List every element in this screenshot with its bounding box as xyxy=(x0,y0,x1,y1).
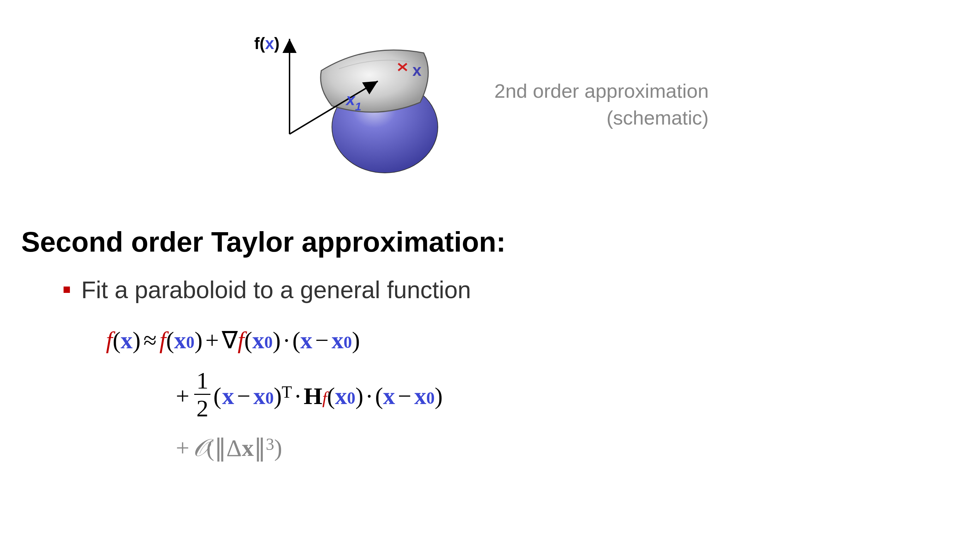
axis-label-close: ) xyxy=(274,34,279,53)
eq-plus3: + xyxy=(176,432,189,463)
bullet-square-icon xyxy=(64,286,70,293)
eq-lp7: ( xyxy=(375,381,383,411)
eq-plus2: + xyxy=(176,381,189,411)
x1-axis-label: x1 xyxy=(346,90,362,111)
eq-frac-num: 1 xyxy=(194,368,210,395)
x-point-label: x xyxy=(413,61,422,80)
eq-sub0c: 0 xyxy=(343,332,352,354)
eq-f: f xyxy=(106,325,113,356)
eq-sub0b: 0 xyxy=(264,332,273,354)
eq-plus1: + xyxy=(205,325,219,356)
eq-lp4: ( xyxy=(292,325,301,356)
eq-x0e: x xyxy=(335,381,347,411)
bullet-text: Fit a paraboloid to a general function xyxy=(81,276,471,303)
schematic-caption: 2nd order approximation (schematic) xyxy=(494,77,709,131)
eq-supT: T xyxy=(282,381,292,403)
bullet-item: Fit a paraboloid to a general function xyxy=(64,276,932,303)
eq-sub0e: 0 xyxy=(347,387,355,409)
eq-xf: x xyxy=(383,381,395,411)
eq-rp7: ) xyxy=(435,381,443,411)
eq-dot3: · xyxy=(366,381,372,411)
y-axis-label: f(x) xyxy=(254,34,279,53)
x2-label: x xyxy=(413,61,422,79)
eq-lp6: ( xyxy=(327,381,335,411)
eq-nabla: ∇ xyxy=(222,325,237,356)
main-heading: Second order Taylor approximation: xyxy=(21,226,932,258)
eq-dot2: · xyxy=(295,381,301,411)
caption-line2: (schematic) xyxy=(494,104,709,131)
eq-half-fraction: 1 2 xyxy=(194,368,210,420)
eq-x0f: x xyxy=(414,381,426,411)
eq-x0b: x xyxy=(252,325,264,356)
eq-xd: x xyxy=(301,325,312,356)
eq-delta: Δ xyxy=(226,432,242,463)
eq-ldbar1: ‖ xyxy=(214,432,226,463)
eq-x0: x xyxy=(174,325,186,356)
axis-label-x: x xyxy=(265,34,274,53)
eq-sub0d: 0 xyxy=(265,387,274,409)
eq-sub0: 0 xyxy=(186,332,194,354)
eq-lp5: ( xyxy=(213,381,221,411)
eq-minus1: − xyxy=(315,325,329,356)
eq-rp6: ) xyxy=(355,381,364,411)
eq-ldbar2: ‖ xyxy=(254,432,266,463)
eq-rp8: ) xyxy=(274,432,282,463)
eq-rp: ) xyxy=(133,325,141,356)
eq-lp3: ( xyxy=(244,325,253,356)
eq-Hf: f xyxy=(322,387,327,409)
eq-line-1: f ( x ) ≈ f ( x0 ) + ∇ f ( x0 ) · ( x − … xyxy=(106,325,932,356)
eq-minus3: − xyxy=(398,381,411,411)
top-section: f(x) x1 x 2nd order approximation (schem… xyxy=(269,28,932,184)
eq-sub0f: 0 xyxy=(426,387,435,409)
eq-x0d: x xyxy=(253,381,265,411)
eq-dot1: · xyxy=(284,325,290,356)
eq-frac-den: 2 xyxy=(194,395,210,420)
eq-lp2: ( xyxy=(166,325,174,356)
caption-line1: 2nd order approximation xyxy=(494,77,709,104)
eq-rp2: ) xyxy=(194,325,203,356)
eq-lp8: ( xyxy=(206,432,214,463)
x1-label-x: x xyxy=(346,90,355,109)
eq-bigO: 𝒪 xyxy=(192,432,206,463)
eq-rp4: ) xyxy=(352,325,360,356)
eq-f2: f xyxy=(160,325,166,356)
eq-approx: ≈ xyxy=(143,325,157,356)
schematic-figure: f(x) x1 x xyxy=(269,28,452,184)
taylor-equation: f ( x ) ≈ f ( x0 ) + ∇ f ( x0 ) · ( x − … xyxy=(106,325,932,464)
axis-label-f: f( xyxy=(254,34,265,53)
x1-label-sub: 1 xyxy=(355,100,362,113)
eq-f3: f xyxy=(237,325,244,356)
eq-lp: ( xyxy=(113,325,121,356)
eq-x0c: x xyxy=(332,325,343,356)
eq-xg: x xyxy=(242,432,254,463)
eq-x: x xyxy=(121,325,133,356)
eq-xe: x xyxy=(222,381,234,411)
eq-rp3: ) xyxy=(273,325,281,356)
eq-sup3: 3 xyxy=(266,434,274,456)
eq-line-3: + 𝒪 ( ‖ Δ x ‖3 ) xyxy=(173,432,932,463)
eq-line-2: + 1 2 ( x − x0 )T · Hf ( x0 ) · ( x − x0… xyxy=(173,370,932,422)
eq-rp5: ) xyxy=(274,381,282,411)
eq-H: H xyxy=(304,381,322,411)
eq-minus2: − xyxy=(237,381,250,411)
